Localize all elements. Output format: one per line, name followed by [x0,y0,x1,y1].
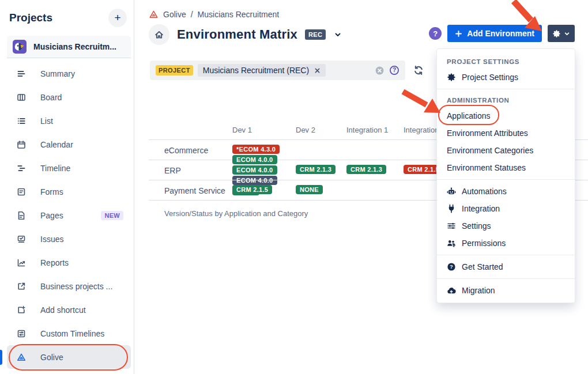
menu-item-label: Settings [462,221,491,231]
menu-item-environment-attributes[interactable]: Environment Attributes [437,124,575,142]
home-button[interactable] [149,24,169,45]
menu-item-migration[interactable]: Migration [437,282,575,299]
cloud-upload-icon [447,286,456,295]
calendar-icon [16,139,27,150]
robot-icon [447,187,456,196]
sidebar-nav: SummaryBoardListCalendarTimelineFormsPag… [0,62,134,369]
add-shortcut-icon [16,305,27,315]
svg-text:?: ? [393,67,396,73]
filter-help-icon[interactable]: ? [389,65,399,75]
sidebar-item-custom-timelines[interactable]: Custom Timelines [0,322,134,345]
sidebar-item-summary[interactable]: Summary [0,62,134,85]
board-icon [16,92,27,103]
menu-item-get-started[interactable]: ?Get Started [437,258,575,275]
env-version-badge[interactable]: *ECOM 4.3.0 [232,145,280,154]
menu-item-permissions[interactable]: Permissions [437,235,575,252]
app-window: Projects + Musicians Recruitm... Summary… [0,0,588,374]
custom-timelines-icon [16,328,27,339]
sidebar-item-label: Forms [40,187,63,197]
settings-gear-button[interactable] [548,25,575,42]
matrix-column-header: Dev 2 [296,126,315,134]
menu-item-settings[interactable]: Settings [437,217,575,235]
sidebar-item-reports[interactable]: Reports [0,251,134,274]
help-button[interactable]: ? [429,27,442,40]
matrix-cell: CRM 2.1.5 [232,185,272,194]
matrix-cell: CRM 2.1.3 [346,165,386,174]
settings-dropdown-menu: PROJECT SETTINGSProject SettingsADMINIST… [437,49,575,303]
sidebar: Projects + Musicians Recruitm... Summary… [0,0,134,374]
sidebar-item-board[interactable]: Board [0,85,134,109]
menu-item-project-settings[interactable]: Project Settings [437,69,575,86]
matrix-column-header: Dev 1 [232,126,252,134]
matrix-cell: NONE [296,185,323,194]
sliders-icon [447,221,456,231]
sidebar-item-golive[interactable]: Golive [7,345,131,369]
reports-icon [16,258,27,268]
timeline-icon [16,163,27,173]
page-title: Environment Matrix [177,27,297,42]
plug-icon [447,204,456,213]
sidebar-header: Projects + [0,0,134,28]
title-row: Environment Matrix REC [149,24,342,45]
pages-icon [16,210,27,221]
matrix-cell: CRM 2.1.3 [296,165,336,174]
project-avatar [13,40,27,54]
golive-icon [16,352,27,362]
sidebar-item-label: Add shortcut [40,305,86,315]
menu-item-label: Automations [462,187,507,196]
env-version-badge[interactable]: CRM 2.1.3 [296,165,336,174]
sidebar-item-label: Board [40,93,62,102]
people-gear-icon [447,239,456,248]
menu-item-environment-categories[interactable]: Environment Categories [437,142,575,159]
menu-item-environment-statuses[interactable]: Environment Statuses [437,159,575,176]
project-filter-chip[interactable]: Musicians Recruitment (REC) [198,64,326,77]
breadcrumb-separator: / [191,10,193,19]
dashboard-switcher-chevron-icon[interactable] [333,30,342,39]
menu-section-heading: PROJECT SETTINGS [437,54,575,69]
filter-row: PROJECT Musicians Recruitment (REC) ? [150,61,424,80]
sidebar-item-label: Reports [40,258,69,267]
question-circle-icon: ? [447,262,456,271]
sidebar-item-forms[interactable]: Forms [0,180,134,203]
sidebar-item-label: List [40,116,53,126]
sidebar-item-pages[interactable]: PagesNEW [0,203,134,227]
menu-divider [437,179,575,180]
sidebar-item-business-projects[interactable]: Business projects ... [0,274,134,298]
add-environment-button[interactable]: Add Environment [447,25,542,42]
env-version-badge[interactable]: CRM 2.1.5 [232,185,272,194]
environment-permission-badge: REC [305,29,326,40]
new-badge: NEW [101,211,123,220]
toolbar: ? Add Environment [429,25,575,42]
remove-filter-icon[interactable] [314,67,321,74]
svg-text:?: ? [450,264,453,270]
golive-logo-icon [149,10,159,19]
menu-item-label: Project Settings [462,73,518,82]
breadcrumb-app[interactable]: Golive [163,10,186,19]
sidebar-item-list[interactable]: List [0,109,134,133]
project-card[interactable]: Musicians Recruitm... [7,36,131,58]
chevron-down-icon [563,30,571,37]
menu-section-heading: ADMINISTRATION [437,92,575,107]
menu-item-label: Permissions [462,239,506,248]
menu-item-automations[interactable]: Automations [437,183,575,200]
matrix-column-header: Integration 1 [346,126,388,134]
refresh-icon[interactable] [413,65,424,75]
sidebar-item-timeline[interactable]: Timeline [0,156,134,180]
env-version-badge[interactable]: NONE [296,185,323,194]
menu-item-integration[interactable]: Integration [437,200,575,217]
menu-item-applications[interactable]: Applications [437,107,575,124]
sidebar-item-label: Summary [40,69,75,78]
breadcrumb-project[interactable]: Musicians Recruitment [198,10,280,19]
sidebar-item-issues[interactable]: Issues [0,227,134,251]
menu-item-label: Integration [462,204,500,213]
summary-icon [16,69,27,79]
clear-filters-icon[interactable] [375,66,385,75]
menu-item-label: Get Started [462,262,503,271]
sidebar-item-add-shortcut[interactable]: Add shortcut [0,298,134,322]
sidebar-item-calendar[interactable]: Calendar [0,133,134,156]
filter-bar[interactable]: PROJECT Musicians Recruitment (REC) ? [150,61,405,80]
sidebar-item-label: Custom Timelines [40,329,104,338]
env-version-badge[interactable]: CRM 2.1.3 [346,165,386,174]
add-project-button[interactable]: + [108,9,127,27]
menu-item-label: Applications [447,111,491,120]
